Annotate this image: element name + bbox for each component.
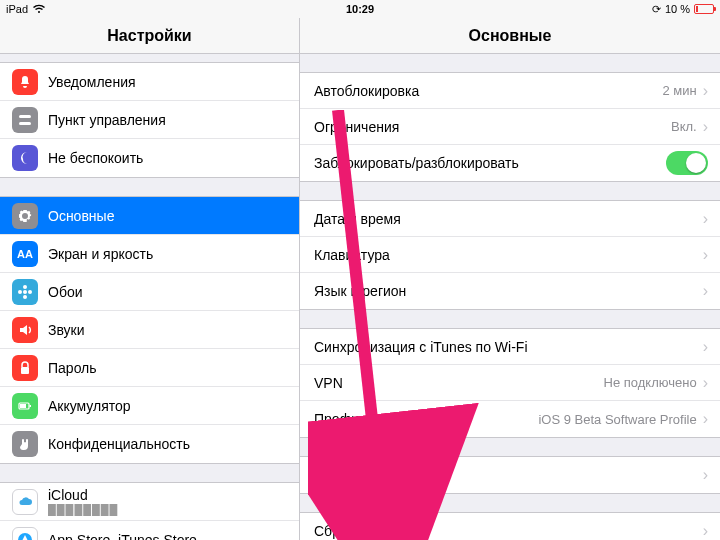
detail-title: Основные: [300, 18, 720, 53]
sidebar-item-control-center[interactable]: Пункт управления: [0, 101, 299, 139]
appstore-icon: [12, 527, 38, 540]
chevron-right-icon: ›: [703, 410, 708, 428]
sidebar-item-dnd[interactable]: Не беспокоить: [0, 139, 299, 177]
svg-point-4: [23, 285, 27, 289]
detail-row-vpn[interactable]: VPNНе подключено›: [300, 365, 720, 401]
bell-icon: [12, 69, 38, 95]
detail-row-regulatory[interactable]: Нормативы›: [300, 457, 720, 493]
chevron-right-icon: ›: [703, 82, 708, 100]
chevron-right-icon: ›: [703, 246, 708, 264]
row-value: iOS 9 Beta Software Profile: [538, 412, 696, 427]
svg-rect-10: [30, 405, 32, 407]
device-label: iPad: [6, 3, 28, 15]
gear-icon: [12, 203, 38, 229]
sidebar-item-privacy[interactable]: Конфиденциальность: [0, 425, 299, 463]
svg-text:AA: AA: [17, 248, 33, 260]
svg-rect-8: [21, 367, 29, 374]
nav-headers: Настройки Основные: [0, 18, 720, 54]
sidebar-item-wallpaper[interactable]: Обои: [0, 273, 299, 311]
status-bar: iPad 10:29 ⟳ 10 %: [0, 0, 720, 18]
detail-row-lockunlock[interactable]: Заблокировать/разблокировать: [300, 145, 720, 181]
sidebar-item-battery[interactable]: Аккумулятор: [0, 387, 299, 425]
row-label: Клавиатура: [314, 247, 703, 263]
sidebar-item-label: Не беспокоить: [48, 150, 287, 166]
sidebar-item-general[interactable]: Основные: [0, 197, 299, 235]
sidebar-item-label: Экран и яркость: [48, 246, 287, 262]
toggle-switch[interactable]: [666, 151, 708, 175]
sidebar-title: Настройки: [0, 18, 300, 53]
sidebar[interactable]: УведомленияПункт управленияНе беспокоить…: [0, 54, 300, 540]
row-value: Не подключено: [604, 375, 697, 390]
wifi-icon: [32, 4, 46, 14]
svg-point-6: [18, 290, 22, 294]
sidebar-item-passcode[interactable]: Пароль: [0, 349, 299, 387]
svg-point-5: [23, 295, 27, 299]
row-label: VPN: [314, 375, 604, 391]
row-value: 2 мин: [662, 83, 696, 98]
sidebar-item-label: Звуки: [48, 322, 287, 338]
AA-icon: AA: [12, 241, 38, 267]
moon-icon: [12, 145, 38, 171]
svg-rect-1: [19, 122, 31, 125]
row-label: Ограничения: [314, 119, 671, 135]
clock: 10:29: [346, 3, 374, 15]
battery-pct: 10 %: [665, 3, 690, 15]
detail-row-profile[interactable]: ПрофильiOS 9 Beta Software Profile›: [300, 401, 720, 437]
row-label: Дата и время: [314, 211, 703, 227]
orientation-lock-icon: ⟳: [652, 3, 661, 16]
row-label: Язык и регион: [314, 283, 703, 299]
flower-icon: [12, 279, 38, 305]
row-label: Нормативы: [314, 467, 703, 483]
battery-icon: [694, 4, 714, 14]
svg-point-7: [28, 290, 32, 294]
sidebar-item-label: iCloud████████: [48, 487, 287, 516]
hand-icon: [12, 431, 38, 457]
speaker-icon: [12, 317, 38, 343]
detail-row-keyboard[interactable]: Клавиатура›: [300, 237, 720, 273]
chevron-right-icon: ›: [703, 338, 708, 356]
detail-row-reset[interactable]: Сброс›: [300, 513, 720, 540]
svg-point-3: [23, 290, 27, 294]
row-label: Заблокировать/разблокировать: [314, 155, 666, 171]
chevron-right-icon: ›: [703, 466, 708, 484]
row-label: Синхронизация с iTunes по Wi-Fi: [314, 339, 703, 355]
chevron-right-icon: ›: [703, 374, 708, 392]
lock-icon: [12, 355, 38, 381]
sidebar-item-label: App Store, iTunes Store: [48, 532, 287, 540]
switches-icon: [12, 107, 38, 133]
detail-row-language[interactable]: Язык и регион›: [300, 273, 720, 309]
row-label: Сброс: [314, 523, 703, 539]
sidebar-item-label: Пароль: [48, 360, 287, 376]
sidebar-item-label: Обои: [48, 284, 287, 300]
svg-rect-11: [20, 404, 26, 408]
sidebar-item-label: Уведомления: [48, 74, 287, 90]
sidebar-item-appstore[interactable]: App Store, iTunes Store: [0, 521, 299, 540]
sidebar-item-notifications[interactable]: Уведомления: [0, 63, 299, 101]
row-label: Профиль: [314, 411, 538, 427]
row-label: Автоблокировка: [314, 83, 662, 99]
sidebar-item-label: Конфиденциальность: [48, 436, 287, 452]
chevron-right-icon: ›: [703, 210, 708, 228]
detail-row-itunes-wifi[interactable]: Синхронизация с iTunes по Wi-Fi›: [300, 329, 720, 365]
sidebar-item-label: Аккумулятор: [48, 398, 287, 414]
sidebar-item-sounds[interactable]: Звуки: [0, 311, 299, 349]
sidebar-item-display[interactable]: AAЭкран и яркость: [0, 235, 299, 273]
sidebar-item-label: Основные: [48, 208, 287, 224]
detail-pane[interactable]: Автоблокировка2 мин›ОграниченияВкл.›Забл…: [300, 54, 720, 540]
chevron-right-icon: ›: [703, 522, 708, 540]
chevron-right-icon: ›: [703, 118, 708, 136]
svg-rect-0: [19, 115, 31, 118]
detail-row-datetime[interactable]: Дата и время›: [300, 201, 720, 237]
cloud-icon: [12, 489, 38, 515]
detail-row-restrictions[interactable]: ОграниченияВкл.›: [300, 109, 720, 145]
battery-icon: [12, 393, 38, 419]
detail-row-autolock[interactable]: Автоблокировка2 мин›: [300, 73, 720, 109]
row-value: Вкл.: [671, 119, 697, 134]
sidebar-item-label: Пункт управления: [48, 112, 287, 128]
sidebar-item-icloud[interactable]: iCloud████████: [0, 483, 299, 521]
chevron-right-icon: ›: [703, 282, 708, 300]
